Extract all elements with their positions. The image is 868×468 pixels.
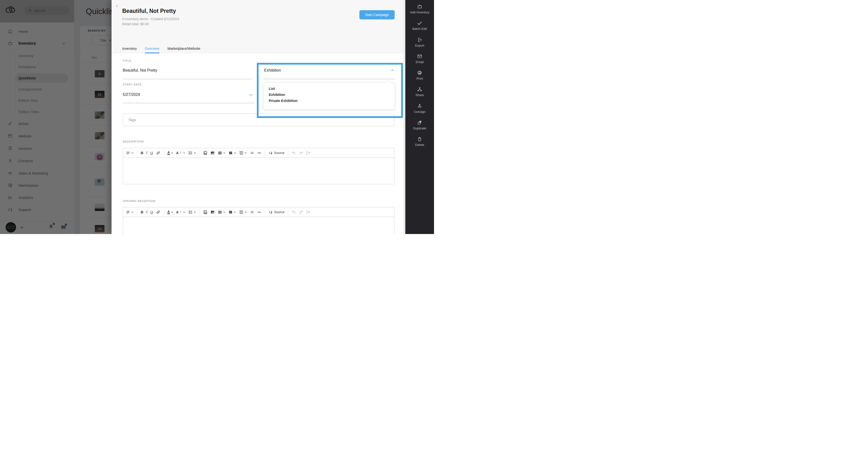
- svg-text:HTML: HTML: [204, 212, 207, 213]
- bullet-list-button[interactable]: [250, 210, 254, 214]
- sidebar-header-dim: [0, 0, 74, 22]
- action-rail: Add Inventory Batch Edit Export Email Pr…: [405, 0, 434, 234]
- font-size-button[interactable]: A: [176, 151, 185, 155]
- link-button[interactable]: [156, 151, 160, 155]
- underline-button[interactable]: U: [150, 151, 153, 155]
- opening-reception-editor-content[interactable]: [123, 217, 394, 234]
- bold-button[interactable]: B: [141, 210, 143, 214]
- tab-overview[interactable]: Overview: [145, 44, 159, 53]
- modal-subtitle: 0 inventory items - Created 6/12/2024: [122, 17, 179, 21]
- modal-title: Beautiful, Not Pretty: [122, 8, 176, 14]
- share-button[interactable]: Share: [406, 87, 433, 97]
- rich-text-toolbar: BIUAAHTMLSourceT✕: [123, 148, 394, 158]
- type-option-exhibition[interactable]: Exhibition: [269, 93, 285, 97]
- insert-container-button[interactable]: [239, 210, 247, 214]
- modal-scrollbar[interactable]: [403, 0, 405, 234]
- link-button[interactable]: [156, 210, 160, 214]
- redo-button[interactable]: [299, 210, 303, 214]
- line-height-button[interactable]: [188, 151, 196, 155]
- horizontal-rule-button[interactable]: [257, 151, 261, 155]
- email-icon: [417, 54, 422, 59]
- start-date-label: START DATE: [123, 83, 142, 86]
- tab-marketplace-website[interactable]: Marketplace/Website: [167, 44, 200, 53]
- dropdown-notch: [385, 80, 390, 85]
- add-inventory-button[interactable]: Add Inventory: [406, 4, 433, 14]
- source-button[interactable]: Source: [269, 210, 284, 214]
- opening-reception-editor: BIUAAHTMLSourceT✕: [123, 207, 394, 234]
- retail-total: Retail total: $0.00: [122, 22, 149, 26]
- opening-reception-label: OPENING RECEPTION: [123, 200, 156, 202]
- tags-input[interactable]: Tags: [123, 113, 394, 126]
- undo-button[interactable]: [291, 210, 296, 214]
- rich-text-toolbar: BIUAAHTMLSourceT✕: [123, 207, 394, 217]
- type-chevron-up-icon[interactable]: [391, 68, 394, 72]
- date-chevron-down-icon[interactable]: [249, 93, 253, 97]
- alignment-button[interactable]: [126, 210, 134, 214]
- delete-button[interactable]: Delete: [406, 136, 433, 147]
- source-button[interactable]: Source: [269, 151, 284, 155]
- trash-icon: [417, 136, 422, 142]
- start-date-value[interactable]: 5/27/2024: [123, 93, 140, 97]
- toolbar-separator: [199, 209, 200, 215]
- description-label: DESCRIPTION: [123, 140, 144, 143]
- toolbar-separator: [164, 150, 164, 156]
- title-field-value[interactable]: Beautiful, Not Pretty: [123, 68, 157, 73]
- consign-button[interactable]: Consign: [406, 103, 433, 114]
- font-color-button[interactable]: A: [167, 151, 173, 155]
- description-editor: BIUAAHTMLSourceT✕: [123, 148, 394, 184]
- insert-media-button[interactable]: [228, 151, 236, 155]
- export-button[interactable]: Export: [406, 37, 433, 47]
- type-option-list[interactable]: List: [269, 87, 275, 91]
- insert-image-button[interactable]: [211, 210, 215, 214]
- alignment-button[interactable]: [126, 151, 134, 155]
- tab-inventory[interactable]: Inventory: [122, 44, 137, 53]
- font-size-button[interactable]: A: [176, 210, 185, 214]
- horizontal-rule-button[interactable]: [257, 210, 261, 214]
- underline-button[interactable]: U: [150, 210, 153, 214]
- modal-dim-overlay[interactable]: [0, 0, 112, 234]
- quicklist-detail-modal: ‹ Beautiful, Not Pretty 0 inventory item…: [112, 0, 405, 234]
- print-icon: [417, 70, 422, 75]
- html-template-button[interactable]: HTML: [203, 210, 208, 214]
- email-button[interactable]: Email: [406, 54, 433, 64]
- toolbar-separator: [265, 209, 265, 215]
- share-icon: [417, 87, 422, 92]
- toolbar-separator: [164, 209, 164, 215]
- italic-button[interactable]: I: [146, 210, 148, 214]
- type-dropdown-menu: ListExhibitionPrivate Exhibition: [263, 82, 395, 110]
- html-template-button[interactable]: HTML: [203, 151, 208, 155]
- modal-header: ‹ Beautiful, Not Pretty 0 inventory item…: [112, 0, 405, 53]
- toolbar-separator: [199, 150, 200, 156]
- insert-container-button[interactable]: [239, 151, 247, 155]
- consign-icon: [417, 103, 422, 109]
- tags-placeholder: Tags: [128, 118, 136, 122]
- insert-table-button[interactable]: [218, 151, 225, 155]
- bold-button[interactable]: B: [141, 151, 143, 155]
- type-select-value[interactable]: Exhibition: [264, 68, 281, 73]
- back-chevron-icon[interactable]: ‹: [116, 3, 118, 9]
- export-icon: [417, 37, 422, 42]
- field-underline: [123, 79, 253, 79]
- start-campaign-button[interactable]: Start Campaign: [360, 10, 395, 20]
- description-editor-content[interactable]: [123, 158, 394, 184]
- italic-button[interactable]: I: [146, 151, 148, 155]
- redo-button[interactable]: [299, 151, 303, 155]
- check-icon: [417, 21, 422, 26]
- insert-image-button[interactable]: [211, 151, 215, 155]
- print-button[interactable]: Print: [406, 70, 433, 80]
- field-underline: [263, 79, 395, 79]
- insert-media-button[interactable]: [228, 210, 236, 214]
- undo-button[interactable]: [291, 151, 296, 155]
- batch-edit-button[interactable]: Batch Edit: [406, 21, 433, 31]
- remove-format-button[interactable]: T✕: [306, 151, 310, 155]
- duplicate-button[interactable]: Duplicate: [406, 120, 433, 130]
- remove-format-button[interactable]: T✕: [306, 210, 310, 214]
- line-height-button[interactable]: [188, 210, 196, 214]
- modal-tabs: InventoryOverviewMarketplace/Website: [122, 44, 200, 53]
- insert-table-button[interactable]: [218, 210, 225, 214]
- type-option-private-exhibition[interactable]: Private Exhibition: [269, 99, 298, 103]
- font-color-button[interactable]: A: [167, 210, 173, 214]
- toolbar-separator: [265, 150, 265, 156]
- bullet-list-button[interactable]: [250, 151, 254, 155]
- title-field-label: TITLE: [123, 59, 131, 62]
